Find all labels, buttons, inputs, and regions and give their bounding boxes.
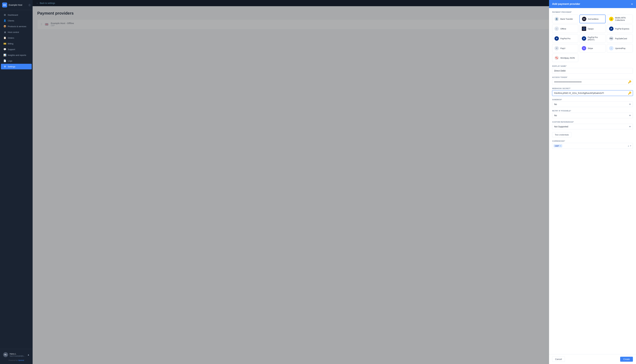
powered-by: Powered by Upmind bbox=[2, 358, 31, 362]
display-name-group: DISPLAY NAME* bbox=[552, 65, 633, 74]
sidebar-item-label: Clients bbox=[8, 20, 14, 22]
paypal-pro-rest-logo: P bbox=[582, 36, 586, 41]
modal-title: Add payment provider bbox=[552, 2, 580, 6]
support-icon: 💬 bbox=[4, 48, 6, 51]
sidebar-item-label: Insights and reports bbox=[8, 54, 26, 56]
sidebar-item-label: Support bbox=[8, 48, 15, 50]
offline-label: Offline bbox=[560, 28, 566, 30]
currencies-group: CURRENCIES* GBP × ▲ ▼ bbox=[552, 140, 633, 149]
sandbox-label: SANDBOX* bbox=[552, 99, 633, 100]
webhook-secret-input-wrap: 🔑 bbox=[552, 90, 633, 96]
payment-provider-section-label: PAYMENT PROVIDER* bbox=[552, 11, 633, 13]
avatar: HL bbox=[3, 352, 8, 357]
custom-refs-group: CUSTOM REFERENCES* Not Supported Support… bbox=[552, 121, 633, 130]
clients-icon: 👤 bbox=[4, 19, 6, 22]
currencies-input[interactable]: GBP × ▲ ▼ bbox=[552, 143, 633, 149]
cancel-button[interactable]: Cancel bbox=[552, 356, 565, 362]
provider-option-paypal-pro[interactable]: P PayPal Pro bbox=[552, 34, 578, 43]
currency-tag-gbp-remove[interactable]: × bbox=[560, 144, 561, 147]
paypal-pro-logo: P bbox=[554, 36, 559, 41]
provider-option-paypal-pro-rest[interactable]: P PayPal Pro (REST) bbox=[579, 34, 605, 43]
access-token-label: ACCESS TOKEN* bbox=[552, 76, 633, 78]
provider-option-payu[interactable]: U PayU bbox=[552, 44, 578, 52]
bank-transfer-label: Bank Transfer bbox=[560, 18, 573, 20]
provider-option-momo[interactable]: M MoMo MTN Collections bbox=[607, 14, 633, 23]
sidebar-item-insights[interactable]: 📊 Insights and reports bbox=[1, 52, 32, 58]
modal-header: Add payment provider × bbox=[549, 0, 636, 8]
webhook-secret-input[interactable] bbox=[552, 90, 633, 96]
upmindpay-label: UpmindPay bbox=[615, 47, 625, 50]
modal-close-button[interactable]: × bbox=[631, 2, 633, 6]
upmindpay-logo: ↑ bbox=[609, 46, 613, 50]
user-email: harry+example@upmind... bbox=[10, 355, 26, 357]
currency-tag-gbp: GBP × bbox=[553, 144, 562, 148]
sidebar-item-label: Dashboard bbox=[8, 14, 18, 16]
sidebar-item-label: Billing bbox=[8, 42, 13, 45]
insights-icon: 📊 bbox=[4, 54, 6, 56]
retry-group: RETRY IF POSSIBLE* No Yes ▼ bbox=[552, 110, 633, 118]
access-token-input[interactable] bbox=[552, 79, 633, 85]
sidebar-logo-text: Example Host bbox=[9, 4, 22, 6]
sidebar-item-dashboard[interactable]: ⊞ Dashboard bbox=[1, 12, 32, 18]
paypal-express-logo: P bbox=[609, 26, 613, 31]
worldpay-label: Worldpay JSON bbox=[560, 57, 575, 59]
test-credentials-button[interactable]: Test credentials bbox=[552, 132, 571, 137]
stripe-logo: S bbox=[582, 46, 586, 50]
currency-tag-gbp-code: GBP bbox=[555, 145, 559, 147]
sandbox-select[interactable]: No Yes bbox=[552, 102, 633, 107]
provider-option-bank-transfer[interactable]: 🏦 Bank Transfer bbox=[552, 14, 578, 23]
sidebar-item-logs[interactable]: 📄 Logs bbox=[1, 58, 32, 64]
gocardless-label: GoCardless bbox=[588, 18, 598, 20]
sidebar-header: EH Example Host ⟨⟩ bbox=[0, 0, 33, 10]
paypal-pro-label: PayPal Pro bbox=[560, 38, 570, 40]
user-chevron-icon: ▲ bbox=[27, 354, 30, 356]
access-token-visibility-icon[interactable]: 🔑 bbox=[628, 80, 631, 84]
upmind-link[interactable]: Upmind bbox=[18, 359, 24, 361]
opayo-label: Opayo bbox=[588, 28, 594, 30]
provider-grid: 🏦 Bank Transfer GC GoCardless M MoMo MTN… bbox=[552, 14, 633, 62]
sidebar-item-orders[interactable]: 📋 Orders bbox=[1, 35, 32, 41]
provider-option-stripe[interactable]: S Stripe bbox=[579, 44, 605, 52]
main-area: ← Back to settings Payment providers ⠿ 🇬… bbox=[33, 0, 636, 364]
webhook-secret-label: WEBHOOK SECRET* bbox=[552, 88, 633, 89]
provider-option-gocardless[interactable]: GC GoCardless bbox=[579, 14, 605, 23]
sidebar-item-billing[interactable]: 💳 Billing bbox=[1, 41, 32, 46]
add-payment-provider-modal: Add payment provider × PAYMENT PROVIDER*… bbox=[549, 0, 636, 364]
provider-option-paypal-express[interactable]: P PayPal Express bbox=[607, 24, 633, 33]
settings-icon: ⚙ bbox=[4, 65, 6, 68]
sandbox-group: SANDBOX* No Yes ▼ bbox=[552, 99, 633, 107]
modal-overlay: Add payment provider × PAYMENT PROVIDER*… bbox=[33, 0, 636, 364]
svg-text:M: M bbox=[611, 18, 612, 20]
provider-option-offline[interactable]: ○ Offline bbox=[552, 24, 578, 33]
momo-logo: M bbox=[609, 17, 613, 21]
sidebar-item-clients[interactable]: 👤 Clients bbox=[1, 18, 32, 24]
currencies-chevrons: ▲ ▼ bbox=[627, 145, 631, 147]
provider-option-opayo[interactable]: Opayo bbox=[579, 24, 605, 33]
sidebar-logo-icon: EH bbox=[2, 2, 7, 8]
modal-footer: Cancel Create bbox=[549, 354, 636, 364]
sidebar-item-products[interactable]: 📦 Products & services bbox=[1, 24, 32, 29]
webhook-secret-visibility-icon[interactable]: 🔑 bbox=[628, 92, 631, 95]
provider-option-paysafecard[interactable]: PSC PaySafeCard bbox=[607, 34, 633, 43]
provider-option-upmindpay[interactable]: ↑ UpmindPay bbox=[607, 44, 633, 52]
paysafecard-logo: PSC bbox=[609, 36, 613, 41]
retry-select-wrap: No Yes ▼ bbox=[552, 113, 633, 118]
sidebar-user[interactable]: HL Harry L harry+example@upmind... ▲ bbox=[2, 351, 31, 358]
retry-select[interactable]: No Yes bbox=[552, 113, 633, 118]
sandbox-select-wrap: No Yes ▼ bbox=[552, 102, 633, 107]
sidebar-item-label: Products & services bbox=[8, 25, 26, 28]
sidebar-item-label: Orders bbox=[8, 37, 14, 39]
create-button[interactable]: Create bbox=[620, 357, 633, 362]
display-name-input[interactable] bbox=[552, 68, 633, 74]
sidebar-item-support[interactable]: 💬 Support bbox=[1, 46, 32, 52]
stripe-label: Stripe bbox=[588, 47, 593, 50]
sidebar: EH Example Host ⟨⟩ ⊞ Dashboard 👤 Clients… bbox=[0, 0, 33, 364]
sidebar-collapse-button[interactable]: ⟨⟩ bbox=[29, 4, 31, 6]
currencies-up-icon: ▲ bbox=[627, 145, 629, 147]
modal-body: PAYMENT PROVIDER* 🏦 Bank Transfer GC GoC… bbox=[549, 8, 636, 354]
custom-refs-select[interactable]: Not Supported Supported bbox=[552, 124, 633, 130]
sidebar-item-settings[interactable]: ⚙ Settings bbox=[1, 64, 32, 69]
sidebar-item-host-control[interactable]: 🖥 Host control bbox=[1, 29, 32, 35]
provider-option-worldpay[interactable]: Worldpay JSON bbox=[552, 54, 578, 62]
svg-point-4 bbox=[583, 28, 585, 29]
